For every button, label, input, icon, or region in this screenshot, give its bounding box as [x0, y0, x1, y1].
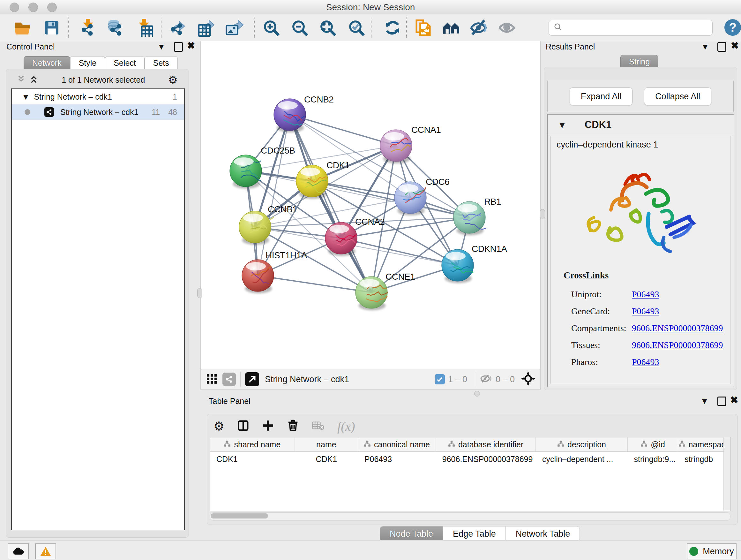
column-header-namespace[interactable]: namespace — [678, 437, 730, 451]
table-cell[interactable]: CDK1 — [210, 452, 295, 466]
network-canvas[interactable]: CCNB2CCNA1CDC25BCDK1CDC6RB1CCNB1CCNA2CDK… — [201, 41, 540, 369]
table-cell[interactable]: P06493 — [358, 452, 436, 466]
tab-sets[interactable]: Sets — [145, 56, 178, 70]
column-header-description[interactable]: description — [536, 437, 628, 451]
collapse-all-icon[interactable] — [16, 74, 26, 86]
expand-all-button[interactable]: Expand All — [569, 87, 633, 105]
crosslink-link[interactable]: P06493 — [632, 306, 659, 316]
network-node-CDK1[interactable]: CDK1 — [296, 160, 350, 199]
network-node-HIST1H1A[interactable]: HIST1H1A — [242, 250, 307, 294]
column-header--id[interactable]: @id — [628, 437, 678, 451]
network-node-CDC6[interactable]: CDC6 — [394, 177, 449, 215]
table-horizontal-scrollbar[interactable] — [210, 512, 731, 521]
table-cell[interactable]: CDK1 — [295, 452, 358, 466]
table-options-gear-icon[interactable]: ⚙ — [213, 419, 224, 433]
network-row[interactable]: String Network – cdk1 11 48 — [12, 105, 184, 120]
save-session-button[interactable] — [43, 19, 61, 37]
show-columns-icon[interactable] — [237, 420, 249, 433]
network-edge-count: 48 — [168, 108, 177, 117]
export-network-button[interactable] — [169, 19, 187, 37]
table-cell[interactable]: stringdb — [678, 452, 730, 466]
network-node-RB1[interactable]: RB1 — [454, 197, 501, 235]
help-button[interactable]: ? — [724, 19, 741, 36]
memory-button[interactable]: Memory — [687, 543, 737, 559]
tab-network-table[interactable]: Network Table — [506, 526, 580, 542]
birds-eye-toggle-icon[interactable] — [521, 372, 535, 387]
tab-string[interactable]: String — [620, 55, 658, 68]
table-vertical-scrollbar[interactable] — [724, 437, 730, 510]
show-hidden-button[interactable] — [498, 19, 516, 37]
zoom-out-button[interactable] — [291, 19, 309, 37]
import-table-button[interactable] — [135, 19, 153, 37]
network-edge-HIST1H1A-CCNE1[interactable] — [258, 275, 372, 293]
search-box[interactable] — [549, 20, 713, 36]
bottom-splitter-handle[interactable] — [474, 391, 480, 396]
collection-expand-icon[interactable]: ▼ — [23, 93, 28, 101]
export-table-button[interactable] — [197, 19, 215, 37]
network-node-CCNB1[interactable]: CCNB1 — [239, 204, 297, 245]
right-splitter-handle[interactable] — [540, 209, 545, 219]
tab-select[interactable]: Select — [105, 56, 144, 70]
network-node-CCNB2[interactable]: CCNB2 — [274, 95, 333, 132]
table-panel-float-button[interactable] — [718, 396, 726, 406]
open-file-button[interactable] — [13, 19, 31, 37]
export-image-button[interactable] — [226, 19, 244, 37]
duplicate-network-button[interactable] — [414, 19, 432, 37]
crosslink-link[interactable]: P06493 — [632, 289, 659, 300]
show-all-networks-button[interactable] — [442, 19, 460, 37]
results-panel-menu-icon[interactable]: ▼ — [703, 43, 708, 51]
import-network-file-button[interactable] — [79, 19, 97, 37]
refresh-button[interactable] — [384, 19, 401, 37]
network-edge-CCNA2-CDKN1A[interactable] — [341, 238, 458, 265]
crosslink-link[interactable]: P06493 — [632, 357, 659, 367]
left-splitter-handle[interactable] — [197, 288, 202, 298]
table-panel-close-button[interactable]: ✖ — [730, 396, 738, 404]
tab-node-table[interactable]: Node Table — [380, 526, 443, 542]
table-panel-menu-icon[interactable]: ▼ — [702, 397, 707, 405]
table-cell[interactable]: 9606.ENSP00000378699 — [436, 452, 536, 466]
string-view-icon[interactable] — [222, 373, 236, 386]
tab-style[interactable]: Style — [70, 56, 105, 70]
grid-view-icon[interactable] — [206, 373, 218, 386]
network-collection-row[interactable]: ▼ String Network – cdk1 1 — [12, 89, 184, 105]
column-header-canonical-name[interactable]: canonical name — [358, 437, 436, 451]
crosslink-link[interactable]: 9606.ENSP00000378699 — [632, 340, 723, 350]
scrollbar-thumb[interactable] — [211, 513, 268, 518]
tab-edge-table[interactable]: Edge Table — [443, 526, 506, 542]
cloud-status-button[interactable] — [8, 543, 29, 559]
gene-header-row[interactable]: ▼ CDK1 — [548, 115, 734, 135]
selected-checkbox-icon[interactable] — [434, 374, 445, 384]
network-options-gear-icon[interactable]: ⚙ — [168, 73, 178, 86]
network-selection-status: 1 of 1 Network selected — [39, 75, 168, 84]
column-header-database-identifier[interactable]: database identifier — [436, 437, 536, 451]
network-edge-CCNB2-CCNA1[interactable] — [290, 115, 396, 145]
crosslink-link[interactable]: 9606.ENSP00000378699 — [632, 323, 723, 333]
gene-collapse-icon[interactable]: ▼ — [559, 121, 565, 129]
control-panel-menu-icon[interactable]: ▼ — [159, 43, 164, 51]
network-node-CCNA1[interactable]: CCNA1 — [380, 125, 441, 164]
zoom-fit-button[interactable] — [319, 19, 337, 37]
results-panel-float-button[interactable] — [718, 42, 726, 52]
collapse-all-button[interactable]: Collapse All — [644, 87, 711, 105]
zoom-in-button[interactable] — [262, 19, 280, 37]
table-cell[interactable]: stringdb:9... — [628, 452, 678, 466]
column-header-name[interactable]: name — [295, 437, 358, 451]
control-panel-float-button[interactable] — [174, 42, 183, 52]
network-edge-CCNB2-CCNE1[interactable] — [290, 115, 372, 293]
create-column-icon[interactable] — [262, 420, 274, 433]
import-network-database-button[interactable] — [106, 19, 124, 37]
warnings-button[interactable] — [35, 543, 56, 559]
hide-selected-button[interactable] — [469, 19, 487, 37]
open-view-icon[interactable] — [245, 372, 259, 386]
table-cell[interactable]: cyclin–dependent ... — [536, 452, 628, 466]
table-row[interactable]: CDK1CDK1P064939606.ENSP00000378699cyclin… — [210, 452, 730, 466]
network-node-CDKN1A[interactable]: CDKN1A — [442, 244, 507, 283]
tab-network[interactable]: Network — [23, 56, 70, 70]
results-panel-close-button[interactable]: ✖ — [731, 42, 739, 50]
expand-all-icon[interactable] — [29, 74, 39, 86]
search-input[interactable] — [566, 23, 712, 33]
zoom-selected-button[interactable] — [347, 19, 365, 37]
control-panel-close-button[interactable]: ✖ — [187, 42, 195, 50]
delete-column-trash-icon[interactable] — [287, 420, 299, 433]
column-header-shared-name[interactable]: shared name — [210, 437, 295, 451]
